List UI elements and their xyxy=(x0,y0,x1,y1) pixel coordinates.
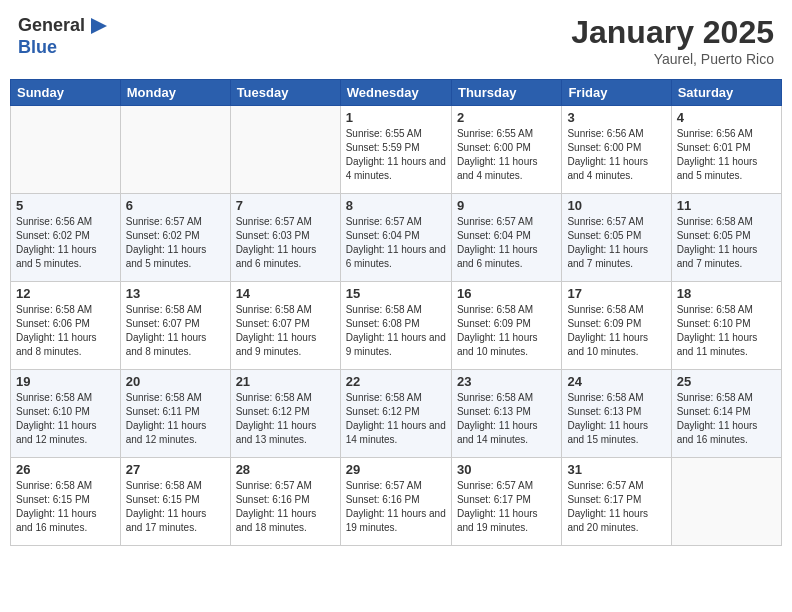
day-info: Sunrise: 6:56 AM Sunset: 6:00 PM Dayligh… xyxy=(567,127,665,183)
calendar-week-row: 26Sunrise: 6:58 AM Sunset: 6:15 PM Dayli… xyxy=(11,458,782,546)
logo-blue-text: Blue xyxy=(18,38,111,58)
calendar-day-cell: 13Sunrise: 6:58 AM Sunset: 6:07 PM Dayli… xyxy=(120,282,230,370)
day-info: Sunrise: 6:58 AM Sunset: 6:09 PM Dayligh… xyxy=(567,303,665,359)
weekday-header-saturday: Saturday xyxy=(671,80,781,106)
day-info: Sunrise: 6:58 AM Sunset: 6:09 PM Dayligh… xyxy=(457,303,556,359)
day-info: Sunrise: 6:58 AM Sunset: 6:15 PM Dayligh… xyxy=(16,479,115,535)
day-info: Sunrise: 6:58 AM Sunset: 6:08 PM Dayligh… xyxy=(346,303,446,359)
day-number: 6 xyxy=(126,198,225,213)
day-number: 19 xyxy=(16,374,115,389)
calendar-day-cell: 5Sunrise: 6:56 AM Sunset: 6:02 PM Daylig… xyxy=(11,194,121,282)
day-info: Sunrise: 6:58 AM Sunset: 6:13 PM Dayligh… xyxy=(457,391,556,447)
day-number: 14 xyxy=(236,286,335,301)
day-info: Sunrise: 6:56 AM Sunset: 6:01 PM Dayligh… xyxy=(677,127,776,183)
day-info: Sunrise: 6:58 AM Sunset: 6:12 PM Dayligh… xyxy=(236,391,335,447)
day-number: 31 xyxy=(567,462,665,477)
day-number: 7 xyxy=(236,198,335,213)
calendar-day-cell: 2Sunrise: 6:55 AM Sunset: 6:00 PM Daylig… xyxy=(451,106,561,194)
day-number: 11 xyxy=(677,198,776,213)
calendar-day-cell: 3Sunrise: 6:56 AM Sunset: 6:00 PM Daylig… xyxy=(562,106,671,194)
day-info: Sunrise: 6:57 AM Sunset: 6:17 PM Dayligh… xyxy=(457,479,556,535)
calendar-day-cell: 18Sunrise: 6:58 AM Sunset: 6:10 PM Dayli… xyxy=(671,282,781,370)
page-header: General Blue January 2025 Yaurel, Puerto… xyxy=(10,10,782,71)
day-number: 10 xyxy=(567,198,665,213)
day-number: 21 xyxy=(236,374,335,389)
day-number: 29 xyxy=(346,462,446,477)
day-number: 16 xyxy=(457,286,556,301)
calendar-day-cell: 20Sunrise: 6:58 AM Sunset: 6:11 PM Dayli… xyxy=(120,370,230,458)
day-info: Sunrise: 6:58 AM Sunset: 6:12 PM Dayligh… xyxy=(346,391,446,447)
day-info: Sunrise: 6:56 AM Sunset: 6:02 PM Dayligh… xyxy=(16,215,115,271)
calendar-day-cell: 28Sunrise: 6:57 AM Sunset: 6:16 PM Dayli… xyxy=(230,458,340,546)
day-number: 5 xyxy=(16,198,115,213)
calendar-day-cell: 21Sunrise: 6:58 AM Sunset: 6:12 PM Dayli… xyxy=(230,370,340,458)
calendar-day-cell: 25Sunrise: 6:58 AM Sunset: 6:14 PM Dayli… xyxy=(671,370,781,458)
calendar-week-row: 19Sunrise: 6:58 AM Sunset: 6:10 PM Dayli… xyxy=(11,370,782,458)
day-number: 4 xyxy=(677,110,776,125)
weekday-header-sunday: Sunday xyxy=(11,80,121,106)
calendar-day-cell xyxy=(230,106,340,194)
calendar-day-cell: 15Sunrise: 6:58 AM Sunset: 6:08 PM Dayli… xyxy=(340,282,451,370)
calendar-table: SundayMondayTuesdayWednesdayThursdayFrid… xyxy=(10,79,782,546)
day-number: 13 xyxy=(126,286,225,301)
calendar-day-cell: 16Sunrise: 6:58 AM Sunset: 6:09 PM Dayli… xyxy=(451,282,561,370)
day-number: 27 xyxy=(126,462,225,477)
calendar-day-cell: 27Sunrise: 6:58 AM Sunset: 6:15 PM Dayli… xyxy=(120,458,230,546)
day-number: 9 xyxy=(457,198,556,213)
day-number: 8 xyxy=(346,198,446,213)
calendar-day-cell: 4Sunrise: 6:56 AM Sunset: 6:01 PM Daylig… xyxy=(671,106,781,194)
calendar-day-cell xyxy=(671,458,781,546)
day-info: Sunrise: 6:58 AM Sunset: 6:10 PM Dayligh… xyxy=(677,303,776,359)
day-info: Sunrise: 6:58 AM Sunset: 6:11 PM Dayligh… xyxy=(126,391,225,447)
day-number: 1 xyxy=(346,110,446,125)
day-number: 26 xyxy=(16,462,115,477)
day-info: Sunrise: 6:57 AM Sunset: 6:04 PM Dayligh… xyxy=(346,215,446,271)
weekday-header-wednesday: Wednesday xyxy=(340,80,451,106)
calendar-week-row: 5Sunrise: 6:56 AM Sunset: 6:02 PM Daylig… xyxy=(11,194,782,282)
day-info: Sunrise: 6:58 AM Sunset: 6:13 PM Dayligh… xyxy=(567,391,665,447)
calendar-day-cell: 8Sunrise: 6:57 AM Sunset: 6:04 PM Daylig… xyxy=(340,194,451,282)
logo-general-text: General xyxy=(18,16,85,36)
calendar-day-cell: 11Sunrise: 6:58 AM Sunset: 6:05 PM Dayli… xyxy=(671,194,781,282)
calendar-day-cell: 1Sunrise: 6:55 AM Sunset: 5:59 PM Daylig… xyxy=(340,106,451,194)
calendar-day-cell: 22Sunrise: 6:58 AM Sunset: 6:12 PM Dayli… xyxy=(340,370,451,458)
day-info: Sunrise: 6:58 AM Sunset: 6:05 PM Dayligh… xyxy=(677,215,776,271)
day-number: 12 xyxy=(16,286,115,301)
calendar-day-cell: 12Sunrise: 6:58 AM Sunset: 6:06 PM Dayli… xyxy=(11,282,121,370)
day-number: 3 xyxy=(567,110,665,125)
calendar-day-cell: 14Sunrise: 6:58 AM Sunset: 6:07 PM Dayli… xyxy=(230,282,340,370)
day-number: 2 xyxy=(457,110,556,125)
calendar-day-cell: 17Sunrise: 6:58 AM Sunset: 6:09 PM Dayli… xyxy=(562,282,671,370)
day-number: 23 xyxy=(457,374,556,389)
day-info: Sunrise: 6:57 AM Sunset: 6:16 PM Dayligh… xyxy=(346,479,446,535)
calendar-day-cell: 9Sunrise: 6:57 AM Sunset: 6:04 PM Daylig… xyxy=(451,194,561,282)
day-info: Sunrise: 6:57 AM Sunset: 6:05 PM Dayligh… xyxy=(567,215,665,271)
day-info: Sunrise: 6:55 AM Sunset: 6:00 PM Dayligh… xyxy=(457,127,556,183)
day-number: 15 xyxy=(346,286,446,301)
calendar-day-cell: 24Sunrise: 6:58 AM Sunset: 6:13 PM Dayli… xyxy=(562,370,671,458)
weekday-header-friday: Friday xyxy=(562,80,671,106)
weekday-header-monday: Monday xyxy=(120,80,230,106)
calendar-day-cell xyxy=(11,106,121,194)
day-number: 24 xyxy=(567,374,665,389)
calendar-day-cell: 26Sunrise: 6:58 AM Sunset: 6:15 PM Dayli… xyxy=(11,458,121,546)
weekday-header-row: SundayMondayTuesdayWednesdayThursdayFrid… xyxy=(11,80,782,106)
day-info: Sunrise: 6:55 AM Sunset: 5:59 PM Dayligh… xyxy=(346,127,446,183)
day-info: Sunrise: 6:58 AM Sunset: 6:07 PM Dayligh… xyxy=(126,303,225,359)
svg-marker-0 xyxy=(91,18,107,34)
day-info: Sunrise: 6:57 AM Sunset: 6:16 PM Dayligh… xyxy=(236,479,335,535)
day-number: 18 xyxy=(677,286,776,301)
day-number: 20 xyxy=(126,374,225,389)
weekday-header-tuesday: Tuesday xyxy=(230,80,340,106)
day-info: Sunrise: 6:57 AM Sunset: 6:17 PM Dayligh… xyxy=(567,479,665,535)
month-title: January 2025 xyxy=(571,14,774,51)
day-number: 28 xyxy=(236,462,335,477)
calendar-day-cell: 10Sunrise: 6:57 AM Sunset: 6:05 PM Dayli… xyxy=(562,194,671,282)
day-info: Sunrise: 6:58 AM Sunset: 6:07 PM Dayligh… xyxy=(236,303,335,359)
title-block: January 2025 Yaurel, Puerto Rico xyxy=(571,14,774,67)
calendar-day-cell: 29Sunrise: 6:57 AM Sunset: 6:16 PM Dayli… xyxy=(340,458,451,546)
logo: General Blue xyxy=(18,14,111,58)
calendar-day-cell: 6Sunrise: 6:57 AM Sunset: 6:02 PM Daylig… xyxy=(120,194,230,282)
calendar-week-row: 1Sunrise: 6:55 AM Sunset: 5:59 PM Daylig… xyxy=(11,106,782,194)
day-info: Sunrise: 6:57 AM Sunset: 6:03 PM Dayligh… xyxy=(236,215,335,271)
